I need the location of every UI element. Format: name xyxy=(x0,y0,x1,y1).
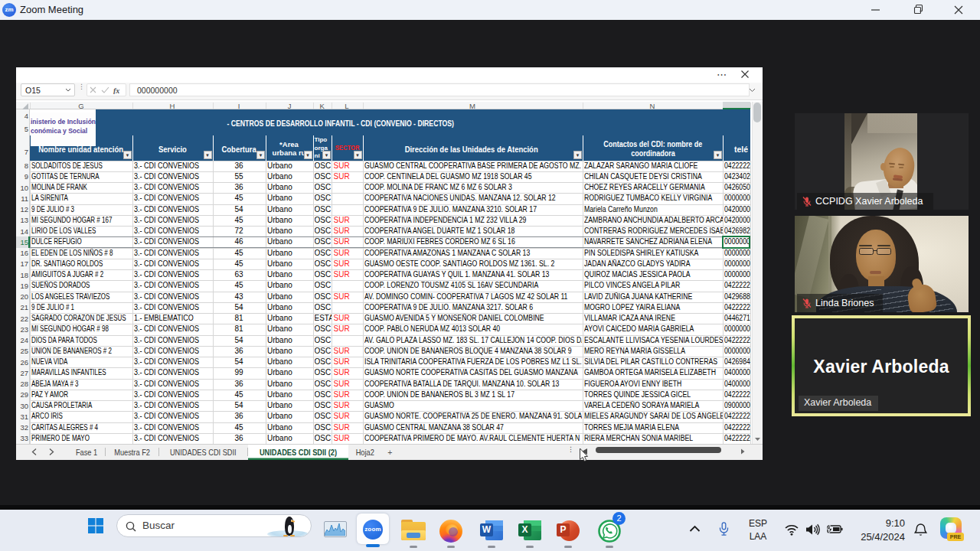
svg-text:fx: fx xyxy=(113,86,119,94)
